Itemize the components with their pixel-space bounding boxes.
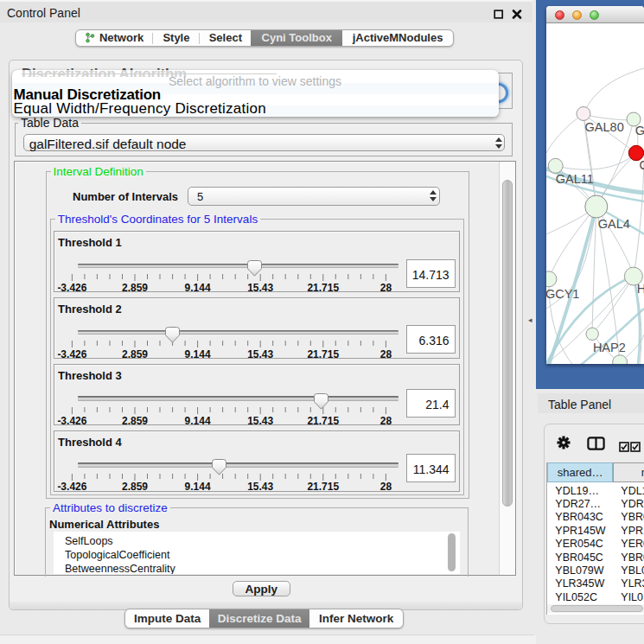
svg-text:GAL11: GAL11 bbox=[556, 172, 594, 186]
svg-text:HAP2: HAP2 bbox=[593, 341, 626, 354]
svg-text:HI: HI bbox=[637, 282, 644, 296]
svg-text:C: C bbox=[640, 158, 644, 172]
svg-text:GAL8: GAL8 bbox=[635, 124, 644, 137]
svg-text:GAL4: GAL4 bbox=[598, 217, 630, 231]
svg-text:GCY1: GCY1 bbox=[546, 287, 579, 301]
svg-text:GAL80: GAL80 bbox=[585, 120, 624, 134]
